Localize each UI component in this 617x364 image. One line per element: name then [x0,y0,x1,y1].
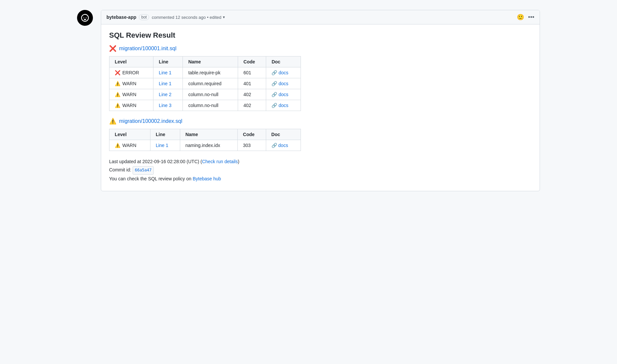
th-doc: Doc [266,56,301,67]
th-level: Level [109,56,153,67]
comment-header-left: bytebase-app bot commented 12 seconds ag… [106,14,225,20]
th-code: Code [237,129,266,140]
level-icon-0-3: ⚠️ [115,103,120,108]
doc-link-0-3[interactable]: 🔗docs [271,103,295,108]
doc-cell-1-0: 🔗docs [266,140,301,151]
comment-time: commented 12 seconds ago [152,15,206,20]
bot-avatar-icon [80,13,90,22]
line-link-0-0[interactable]: Line 1 [159,70,171,75]
doc-text-0-3: docs [278,103,288,108]
th-code: Code [238,56,266,67]
file-heading-0: ❌migration/100001.init.sql [109,45,532,52]
doc-text-1-0: docs [278,143,288,148]
line-link-1-0[interactable]: Line 1 [156,143,168,148]
line-cell-1-0: Line 1 [150,140,180,151]
th-line: Line [150,129,180,140]
review-table-1: LevelLineNameCodeDoc⚠️WARNLine 1naming.i… [109,129,301,151]
doc-text-0-2: docs [278,92,288,97]
file-link-1[interactable]: migration/100002.index.sql [119,118,182,124]
comment-header-right: 🙂 ••• [517,14,534,21]
doc-link-0-2[interactable]: 🔗docs [271,92,295,97]
emoji-button[interactable]: 🙂 [517,14,524,21]
file-status-icon-0: ❌ [109,45,116,52]
name-cell-0-0: table.require-pk [183,67,238,78]
check-run-link[interactable]: Check run details [202,159,238,164]
code-cell-0-0: 601 [238,67,266,78]
th-level: Level [109,129,150,140]
footer-policy: You can check the SQL review policy on B… [109,175,532,183]
doc-link-1-0[interactable]: 🔗docs [271,143,295,148]
comment-header: bytebase-app bot commented 12 seconds ag… [101,10,540,24]
file-link-0[interactable]: migration/100001.init.sql [119,46,176,52]
doc-link-0-0[interactable]: 🔗docs [271,70,295,75]
doc-cell-0-0: 🔗docs [266,67,301,78]
name-cell-0-3: column.no-null [183,100,238,111]
code-cell-1-0: 303 [237,140,266,151]
file-status-icon-1: ⚠️ [109,118,116,125]
th-name: Name [180,129,237,140]
footer-paren-close: ) [238,159,239,164]
last-updated-text: Last updated at 2022-09-16 02:28:00 (UTC… [109,159,199,164]
table-row: ⚠️WARNLine 1naming.index.idx303🔗docs [109,140,301,151]
line-link-0-3[interactable]: Line 3 [159,103,171,108]
chain-icon-1-0: 🔗 [271,143,277,148]
level-text-0-3: WARN [122,103,136,108]
comment-body: SQL Review Result ❌migration/100001.init… [101,24,540,191]
level-cell-1-0: ⚠️WARN [109,140,150,151]
line-cell-0-0: Line 1 [153,67,183,78]
more-options-button[interactable]: ••• [528,14,534,21]
page-wrapper: bytebase-app bot commented 12 seconds ag… [77,7,540,191]
name-cell-1-0: naming.index.idx [180,140,237,151]
doc-cell-0-2: 🔗docs [266,89,301,100]
review-table-0: LevelLineNameCodeDoc❌ERRORLine 1table.re… [109,56,301,111]
edited-button[interactable]: edited ▾ [210,15,225,20]
table-row: ❌ERRORLine 1table.require-pk601🔗docs [109,67,301,78]
commit-id: 66a5a47 [133,166,154,175]
code-cell-0-1: 401 [238,78,266,89]
name-cell-0-1: column.required [183,78,238,89]
smiley-icon: 🙂 [517,14,524,21]
th-line: Line [153,56,183,67]
level-cell-0-1: ⚠️WARN [109,78,153,89]
page-title: SQL Review Result [109,31,532,40]
more-icon: ••• [528,14,534,21]
files-container: ❌migration/100001.init.sqlLevelLineNameC… [109,45,532,151]
comment-container: bytebase-app bot commented 12 seconds ag… [101,10,540,191]
level-icon-0-2: ⚠️ [115,92,120,97]
doc-cell-0-1: 🔗docs [266,78,301,89]
footer-last-updated: Last updated at 2022-09-16 02:28:00 (UTC… [109,158,532,166]
level-cell-0-2: ⚠️WARN [109,89,153,100]
th-doc: Doc [266,129,301,140]
level-icon-1-0: ⚠️ [115,143,120,148]
line-link-0-1[interactable]: Line 1 [159,81,171,86]
level-text-1-0: WARN [122,143,136,148]
level-cell-0-0: ❌ERROR [109,67,153,78]
level-cell-0-3: ⚠️WARN [109,100,153,111]
doc-text-0-1: docs [278,81,288,86]
bytebase-hub-link[interactable]: Bytebase hub [193,176,221,181]
table-row: ⚠️WARNLine 3column.no-null402🔗docs [109,100,301,111]
level-text-0-1: WARN [122,81,136,86]
level-text-0-0: ERROR [122,70,139,75]
chain-icon-0-3: 🔗 [271,103,277,108]
footer-commit: Commit id: 66a5a47 [109,166,532,175]
chain-icon-0-1: 🔗 [271,81,277,86]
line-link-0-2[interactable]: Line 2 [159,92,171,97]
avatar-column [77,10,96,26]
footer: Last updated at 2022-09-16 02:28:00 (UTC… [109,158,532,183]
table-row: ⚠️WARNLine 1column.required401🔗docs [109,78,301,89]
chevron-down-icon: ▾ [223,15,225,19]
line-cell-0-2: Line 2 [153,89,183,100]
file-heading-1: ⚠️migration/100002.index.sql [109,118,532,125]
level-text-0-2: WARN [122,92,136,97]
level-icon-0-1: ⚠️ [115,81,120,86]
file-section-1: ⚠️migration/100002.index.sqlLevelLineNam… [109,118,532,151]
doc-link-0-1[interactable]: 🔗docs [271,81,295,86]
policy-text: You can check the SQL review policy on [109,176,191,181]
bot-badge: bot [139,14,149,20]
table-row: ⚠️WARNLine 2column.no-null402🔗docs [109,89,301,100]
code-cell-0-3: 402 [238,100,266,111]
line-cell-0-1: Line 1 [153,78,183,89]
avatar [77,10,93,26]
chain-icon-0-0: 🔗 [271,70,277,75]
